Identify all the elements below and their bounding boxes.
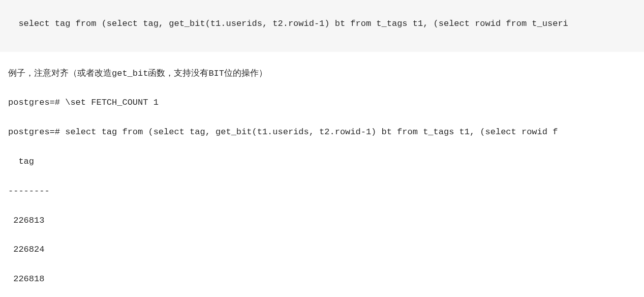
main-content: 例子，注意对齐（或者改造get_bit函数，支持没有BIT位的操作） postg… bbox=[0, 52, 644, 297]
result-row: 226813 bbox=[8, 214, 636, 228]
result-row: 226824 bbox=[8, 243, 636, 257]
psql-command-1: postgres=# \set FETCH_COUNT 1 bbox=[8, 96, 636, 110]
comment-text: 例子，注意对齐（或者改造get_bit函数，支持没有BIT位的操作） bbox=[8, 67, 636, 81]
psql-command-2: postgres=# select tag from (select tag, … bbox=[8, 125, 636, 140]
result-row: 226818 bbox=[8, 272, 636, 287]
result-divider: -------- bbox=[8, 184, 636, 199]
result-header: tag bbox=[8, 155, 636, 169]
sql-query-top: select tag from (select tag, get_bit(t1.… bbox=[18, 19, 568, 28]
code-block-header: select tag from (select tag, get_bit(t1.… bbox=[0, 0, 644, 52]
